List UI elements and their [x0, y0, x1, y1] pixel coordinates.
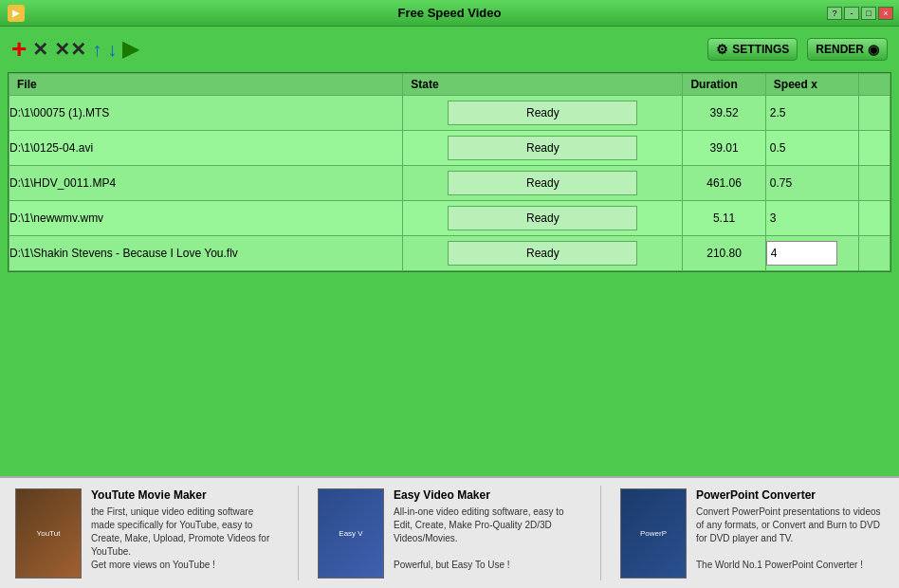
promo-description: Convert PowerPoint presentations to vide…	[696, 505, 884, 572]
help-button[interactable]: ?	[827, 7, 842, 20]
close-button[interactable]: ×	[878, 7, 893, 20]
col-header-speed: Speed x	[765, 74, 858, 96]
promo-item[interactable]: PowerPPowerPoint ConverterConvert PowerP…	[620, 488, 884, 579]
promo-item[interactable]: YouTutYouTute Movie Makerthe First, uniq…	[15, 488, 279, 579]
window-title: Free Speed Video	[398, 6, 502, 20]
cell-extra	[859, 236, 890, 271]
settings-label: SETTINGS	[732, 43, 789, 56]
promo-description: the First, unique video editing software…	[91, 505, 279, 572]
promo-item[interactable]: Easy VEasy Video MakerAll-in-one video e…	[318, 488, 581, 579]
promo-thumbnail: YouTut	[15, 488, 82, 579]
cell-duration: 39.52	[683, 96, 765, 131]
render-icon: ◉	[868, 42, 879, 57]
cell-duration: 210.80	[683, 236, 765, 271]
state-badge: Ready	[448, 241, 637, 266]
promo-divider	[600, 486, 601, 580]
cell-state: Ready	[403, 96, 683, 131]
cell-extra	[859, 96, 890, 131]
play-button[interactable]: ▶	[122, 37, 138, 62]
table-row: D:\1\Shakin Stevens - Because I Love You…	[9, 236, 890, 271]
toolbar: + ✕ ✕✕ ↑ ↓ ▶ ⚙ SETTINGS RENDER ◉	[0, 27, 899, 72]
promo-thumbnail: PowerP	[620, 488, 687, 579]
table-header-row: File State Duration Speed x	[9, 74, 890, 96]
render-label: RENDER	[816, 43, 864, 56]
promo-text-block: PowerPoint ConverterConvert PowerPoint p…	[696, 488, 884, 572]
cell-speed: 2.5	[765, 96, 858, 131]
table-row: D:\1\newwmv.wmvReady5.113	[9, 201, 890, 236]
promo-thumbnail: Easy V	[318, 488, 384, 579]
cell-file: D:\1\HDV_0011.MP4	[9, 166, 403, 201]
speed-value: 2.5	[766, 106, 790, 119]
app-icon: ▶	[8, 5, 25, 22]
col-header-extra	[859, 74, 890, 96]
promo-divider	[298, 486, 299, 580]
cell-duration: 461.06	[683, 166, 765, 201]
promo-title: Easy Video Maker	[394, 488, 581, 502]
table-row: D:\1\00075 (1).MTSReady39.522.5	[9, 96, 890, 131]
maximize-button[interactable]: □	[861, 7, 876, 20]
title-bar: ▶ Free Speed Video ? - □ ×	[0, 0, 899, 27]
file-list-area: File State Duration Speed x D:\1\00075 (…	[8, 72, 891, 272]
cell-file: D:\1\00075 (1).MTS	[9, 96, 403, 131]
cell-speed	[765, 236, 858, 271]
speed-value: 0.5	[766, 141, 790, 155]
table-body: D:\1\00075 (1).MTSReady39.522.5D:\1\0125…	[9, 96, 890, 271]
promo-text-block: YouTute Movie Makerthe First, unique vid…	[91, 488, 279, 572]
move-down-button[interactable]: ↓	[107, 39, 117, 61]
promo-text-block: Easy Video MakerAll-in-one video editing…	[394, 488, 581, 572]
cell-file: D:\1\newwmv.wmv	[9, 201, 403, 236]
delete-all-button[interactable]: ✕✕	[54, 38, 86, 61]
settings-button[interactable]: ⚙ SETTINGS	[707, 38, 798, 61]
cell-extra	[859, 131, 890, 166]
cell-speed: 3	[765, 201, 858, 236]
cell-speed: 0.5	[765, 131, 858, 166]
col-header-file: File	[9, 74, 403, 96]
add-button[interactable]: +	[11, 34, 27, 64]
state-badge: Ready	[448, 136, 637, 160]
promo-title: PowerPoint Converter	[696, 488, 884, 502]
promo-title: YouTute Movie Maker	[91, 488, 279, 502]
gear-icon: ⚙	[716, 42, 728, 57]
cell-state: Ready	[403, 166, 683, 201]
speed-input[interactable]	[766, 241, 837, 266]
col-header-duration: Duration	[683, 74, 765, 96]
cell-extra	[859, 166, 890, 201]
render-button[interactable]: RENDER ◉	[807, 38, 888, 61]
promo-description: All-in-one video editing software, easy …	[394, 505, 581, 572]
cell-state: Ready	[403, 236, 683, 271]
state-badge: Ready	[448, 206, 637, 230]
promo-area: YouTutYouTute Movie Makerthe First, uniq…	[0, 476, 899, 588]
speed-value: 0.75	[766, 176, 796, 190]
cell-speed: 0.75	[765, 166, 858, 201]
state-badge: Ready	[448, 171, 637, 195]
left-toolbar: + ✕ ✕✕ ↑ ↓ ▶	[11, 34, 138, 64]
right-toolbar: ⚙ SETTINGS RENDER ◉	[707, 38, 888, 61]
window-controls[interactable]: ? - □ ×	[827, 7, 893, 20]
table-row: D:\1\HDV_0011.MP4Ready461.060.75	[9, 166, 890, 201]
cell-file: D:\1\0125-04.avi	[9, 131, 403, 166]
cell-state: Ready	[403, 201, 683, 236]
minimize-button[interactable]: -	[844, 7, 859, 20]
col-header-state: State	[403, 74, 683, 96]
state-badge: Ready	[448, 101, 637, 125]
delete-button[interactable]: ✕	[32, 38, 48, 61]
file-table: File State Duration Speed x D:\1\00075 (…	[9, 73, 890, 271]
cell-extra	[859, 201, 890, 236]
table-row: D:\1\0125-04.aviReady39.010.5	[9, 131, 890, 166]
move-up-button[interactable]: ↑	[92, 39, 101, 61]
cell-state: Ready	[403, 131, 683, 166]
cell-duration: 5.11	[683, 201, 765, 236]
cell-file: D:\1\Shakin Stevens - Because I Love You…	[9, 236, 403, 271]
speed-value: 3	[766, 211, 780, 225]
cell-duration: 39.01	[683, 131, 765, 166]
